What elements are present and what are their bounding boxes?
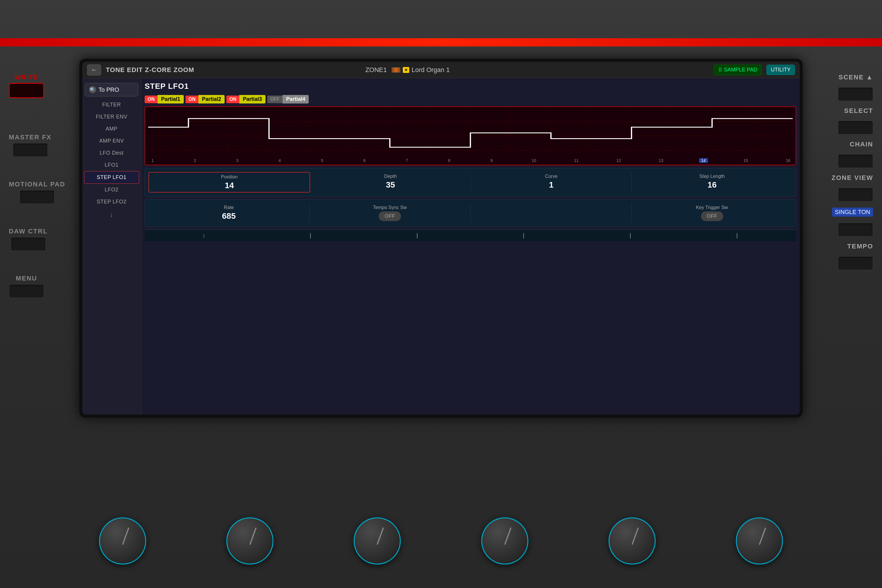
- partial2-on-badge: ON: [186, 96, 198, 103]
- curve-cell[interactable]: Curve 1: [471, 172, 632, 193]
- step-num-4: 4: [275, 158, 284, 163]
- sidebar-item-amp[interactable]: AMP: [82, 123, 141, 135]
- param-row-1: Position 14 Depth 35 Curve 1: [148, 172, 792, 193]
- tempo-label: TEMPO: [847, 243, 873, 250]
- key-trigger-cell[interactable]: Key Trigger Sw OFF: [632, 203, 792, 223]
- step-num-6: 6: [360, 158, 369, 163]
- sidebar-item-amp-env[interactable]: AMP ENV: [82, 135, 141, 147]
- partial4-on-badge: OFF: [267, 96, 282, 103]
- master-fx-label: MASTER FX: [9, 134, 51, 141]
- select-button[interactable]: [838, 120, 873, 135]
- daw-ctrl-button[interactable]: [10, 237, 46, 251]
- sample-pad-icon: ⠿: [718, 67, 722, 73]
- to-pro-label: To PRO: [99, 86, 119, 93]
- depth-value: 35: [386, 180, 395, 190]
- sidebar-item-step-lfo1[interactable]: STEP LFO1: [84, 171, 139, 184]
- header-zone: ZONE1: [366, 66, 387, 74]
- sidebar-item-lfo1[interactable]: LFO1: [82, 159, 141, 171]
- waveform-svg: [148, 110, 793, 156]
- knob-6[interactable]: [736, 518, 783, 564]
- partial3-name[interactable]: Partial3: [239, 95, 266, 104]
- sidebar-item-step-lfo2[interactable]: STEP LFO2: [82, 196, 141, 208]
- depth-label: Depth: [384, 174, 397, 179]
- partial-group-1[interactable]: ON Partial1: [145, 95, 184, 104]
- left-controls: WRITE MASTER FX MOTIONAL PAD DAW CTRL ME…: [9, 74, 65, 298]
- step-num-14: 14: [699, 158, 708, 163]
- curve-value: 1: [549, 180, 554, 190]
- indicator-bar: ↕: [145, 230, 796, 242]
- partial2-name[interactable]: Partial2: [198, 95, 225, 104]
- step-num-7: 7: [402, 158, 411, 163]
- waveform-display[interactable]: 1 2 3 4 5 6 7 8 9 10 11 12 13: [145, 106, 796, 165]
- sidebar-down-arrow: ↓: [82, 208, 141, 221]
- partial-group-4[interactable]: OFF Partial4: [267, 95, 309, 104]
- header-bar: ← TONE EDIT Z-CORE ZOOM ZONE1 ✕ Lord Org…: [82, 62, 800, 78]
- tempo-button[interactable]: [838, 256, 873, 270]
- knob-4[interactable]: [481, 518, 528, 564]
- depth-cell[interactable]: Depth 35: [310, 172, 471, 193]
- rate-label: Rate: [224, 205, 234, 210]
- tempo-sync-label: Tempo Sync Sw: [373, 205, 407, 210]
- knob-1[interactable]: [99, 518, 146, 564]
- tempo-sync-toggle[interactable]: OFF: [379, 212, 401, 221]
- scene-button[interactable]: [838, 87, 873, 101]
- step-num-13: 13: [657, 158, 666, 163]
- single-tone-badge: SINGLE TON: [832, 208, 873, 217]
- key-trigger-label: Key Trigger Sw: [696, 205, 728, 210]
- curve-label: Curve: [545, 174, 558, 179]
- step-num-16: 16: [784, 158, 793, 163]
- zone-view-label: ZONE VIEW: [832, 174, 873, 182]
- knob-3[interactable]: [354, 518, 401, 564]
- red-stripe: [0, 38, 882, 46]
- step-length-cell[interactable]: Step Length 16: [632, 172, 792, 193]
- daw-ctrl-label: DAW CTRL: [9, 228, 48, 235]
- position-value: 14: [225, 181, 234, 190]
- param-panel-1: Position 14 Depth 35 Curve 1: [145, 168, 796, 196]
- step-num-5: 5: [318, 158, 327, 163]
- sidebar-item-filter-env[interactable]: FILTER ENV: [82, 111, 141, 123]
- motional-pad-button[interactable]: [20, 190, 55, 204]
- knob-2[interactable]: [226, 518, 273, 564]
- single-ton-button[interactable]: [838, 222, 873, 237]
- sidebar: 🔍 To PRO FILTER FILTER ENV AMP AMP ENV L…: [82, 78, 141, 414]
- step-num-12: 12: [614, 158, 623, 163]
- menu-button[interactable]: [9, 284, 44, 298]
- utility-button[interactable]: UTILITY: [766, 64, 795, 75]
- step-num-9: 9: [487, 158, 496, 163]
- zone-view-button[interactable]: [838, 188, 873, 202]
- sidebar-item-lfo2[interactable]: LFO2: [82, 184, 141, 196]
- key-trigger-toggle[interactable]: OFF: [701, 212, 723, 221]
- to-pro-button[interactable]: 🔍 To PRO: [85, 83, 138, 96]
- partial-tabs: ON Partial1 ON Partial2 ON Partial3 OF: [145, 95, 796, 104]
- sidebar-item-lfo-dest[interactable]: LFO Dest: [82, 147, 141, 159]
- partial4-name[interactable]: Partial4: [282, 95, 309, 104]
- partial1-name[interactable]: Partial1: [158, 95, 184, 104]
- step-num-1: 1: [148, 158, 157, 163]
- indicator-line-3: [470, 233, 577, 238]
- indicator-line-2: [364, 233, 470, 238]
- step-num-2: 2: [190, 158, 200, 163]
- right-labels: SCENE ▲ SELECT CHAIN ZONE VIEW SINGLE TO…: [832, 74, 873, 270]
- knob-5[interactable]: [609, 518, 656, 564]
- partial-group-3[interactable]: ON Partial3: [226, 95, 266, 104]
- back-button[interactable]: ←: [87, 64, 101, 75]
- chain-button[interactable]: [838, 154, 873, 168]
- indicator-line-4: [577, 233, 684, 238]
- indicator-line-5: [684, 233, 790, 238]
- step-num-10: 10: [530, 158, 538, 163]
- partial-group-2[interactable]: ON Partial2: [186, 95, 225, 104]
- param-row-2: Rate 685 Tempo Sync Sw OFF Key Trigger S…: [148, 203, 792, 223]
- sample-pad-button[interactable]: ⠿ SAMPLE PAD: [714, 64, 762, 75]
- sidebar-item-filter[interactable]: FILTER: [82, 99, 141, 111]
- rate-value: 685: [222, 212, 236, 221]
- position-cell[interactable]: Position 14: [148, 172, 310, 193]
- step-num-3: 3: [233, 158, 242, 163]
- step-num-11: 11: [572, 158, 580, 163]
- master-fx-button[interactable]: [13, 143, 48, 157]
- tempo-sync-cell[interactable]: Tempo Sync Sw OFF: [310, 203, 471, 223]
- screen-container: ← TONE EDIT Z-CORE ZOOM ZONE1 ✕ Lord Org…: [80, 59, 802, 417]
- step-length-label: Step Length: [699, 174, 725, 179]
- device-body: WRITE MASTER FX MOTIONAL PAD DAW CTRL ME…: [0, 0, 882, 588]
- write-button[interactable]: [9, 83, 44, 98]
- rate-cell[interactable]: Rate 685: [148, 203, 310, 223]
